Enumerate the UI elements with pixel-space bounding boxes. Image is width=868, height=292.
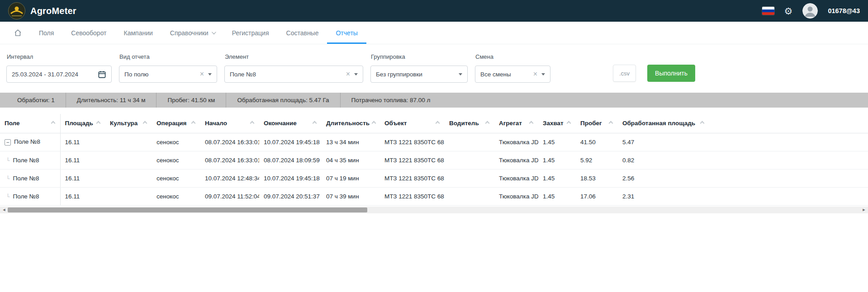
column-header-2[interactable]: Площадь: [60, 114, 105, 133]
table-cell: └Поле №8: [0, 151, 60, 169]
filter-grouping: Группировка Без группировки: [370, 50, 468, 83]
table-row[interactable]: └Поле №816.11сенокос10.07.2024 12:48:341…: [0, 169, 868, 187]
column-label: Длительность: [326, 120, 370, 127]
table-row[interactable]: └Поле №816.11сенокос09.07.2024 11:52:040…: [0, 187, 868, 205]
horizontal-scrollbar[interactable]: ◄ ►: [0, 207, 868, 213]
filter-label: Интервал: [7, 53, 112, 60]
column-label: Окончание: [264, 120, 297, 127]
nav-home[interactable]: [5, 22, 30, 44]
nav-item-registration[interactable]: Регистрация: [223, 22, 278, 44]
column-header-12[interactable]: Пробег: [576, 114, 618, 133]
element-select[interactable]: Поле №8 ×: [224, 66, 363, 83]
column-label: Обработанная площадь: [622, 120, 695, 127]
sort-icon: [143, 121, 147, 126]
nav-item-fields[interactable]: Поля: [30, 22, 62, 44]
grouping-select[interactable]: Без группировки: [370, 66, 468, 83]
table-cell: └Поле №8: [0, 187, 60, 205]
collapse-icon[interactable]: −: [5, 139, 11, 146]
column-header-7[interactable]: Длительность: [322, 114, 380, 133]
table-cell: 17.06: [576, 187, 618, 205]
csv-export-button[interactable]: .csv: [613, 65, 636, 82]
column-header-10[interactable]: Агрегат: [494, 114, 538, 133]
column-label: Культура: [110, 120, 138, 127]
sort-icon: [436, 121, 440, 126]
scroll-left-icon[interactable]: ◄: [2, 207, 6, 212]
table-cell: −Поле №8: [0, 133, 60, 151]
app-logo: [8, 2, 25, 19]
column-header-1[interactable]: Поле: [0, 114, 60, 133]
table-cell: 08.07.2024 18:09:59: [259, 151, 322, 169]
home-icon: [14, 29, 22, 37]
table-cell: 41.50: [576, 133, 618, 151]
tree-branch-icon: └: [6, 193, 10, 200]
column-header-3[interactable]: Культура: [105, 114, 152, 133]
clear-icon[interactable]: ×: [533, 71, 537, 78]
settings-gear-icon[interactable]: ⚙: [784, 6, 793, 16]
nav-item-reports[interactable]: Отчеты: [327, 22, 366, 44]
summary-item-processed-area: Обработанная площадь: 5.47 Га: [226, 93, 340, 108]
shift-value: Все смены: [480, 71, 530, 78]
report-type-value: По полю: [124, 71, 196, 78]
table-cell: 16.11: [60, 169, 105, 187]
caret-down-icon: [354, 73, 358, 75]
column-header-5[interactable]: Начало: [200, 114, 259, 133]
table-row[interactable]: └Поле №816.11сенокос08.07.2024 16:33:010…: [0, 151, 868, 169]
sort-icon: [485, 121, 490, 126]
table-cell: 1.45: [538, 187, 576, 205]
column-header-11[interactable]: Захват: [538, 114, 576, 133]
table-cell: [105, 133, 152, 151]
table-cell: [105, 187, 152, 205]
filter-label: Смена: [475, 53, 550, 60]
caret-down-icon: [459, 73, 462, 75]
sort-icon: [96, 121, 101, 126]
clear-icon[interactable]: ×: [346, 71, 350, 78]
report-type-select[interactable]: По полю ×: [119, 66, 217, 83]
column-label: Операция: [157, 120, 186, 127]
table-cell: 5.92: [576, 151, 618, 169]
table-cell: 5.47: [618, 133, 868, 151]
tree-branch-icon: └: [6, 175, 10, 182]
language-flag-icon[interactable]: [762, 7, 774, 15]
table-cell: сенокос: [152, 133, 200, 151]
table-cell: Тюковалка JD: [494, 187, 538, 205]
table-cell: [105, 169, 152, 187]
column-header-13[interactable]: Обработанная площадь: [618, 114, 868, 133]
avatar[interactable]: [802, 3, 818, 19]
field-name: Поле №8: [13, 175, 39, 182]
table-cell: 13 ч 34 мин: [322, 133, 380, 151]
table-cell: 10.07.2024 19:45:18: [259, 169, 322, 187]
scrollbar-thumb[interactable]: [8, 207, 367, 212]
table-cell: 1.45: [538, 151, 576, 169]
tree-branch-icon: └: [6, 157, 10, 164]
nav-item-composite[interactable]: Составные: [278, 22, 327, 44]
calendar-icon[interactable]: [98, 70, 106, 79]
column-label: Пробег: [580, 120, 602, 127]
table-cell: сенокос: [152, 169, 200, 187]
report-table-container: ПолеПлощадьКультураОперацияНачалоОкончан…: [0, 114, 868, 206]
table-row[interactable]: −Поле №816.11сенокос08.07.2024 16:33:011…: [0, 133, 868, 151]
field-name: Поле №8: [13, 193, 39, 200]
nav-item-crop-rotation[interactable]: Севооборот: [62, 22, 115, 44]
shift-select[interactable]: Все смены ×: [475, 66, 550, 83]
table-cell: сенокос: [152, 187, 200, 205]
date-range-input[interactable]: 25.03.2024 - 31.07.2024: [6, 66, 112, 83]
nav-item-campaigns[interactable]: Кампании: [115, 22, 161, 44]
run-report-button[interactable]: Выполнить: [647, 65, 695, 82]
filter-label: Группировка: [371, 53, 468, 60]
column-header-4[interactable]: Операция: [152, 114, 200, 133]
sort-icon: [567, 121, 571, 126]
table-cell: 08.07.2024 16:33:01: [200, 151, 259, 169]
column-header-6[interactable]: Окончание: [259, 114, 322, 133]
clear-icon[interactable]: ×: [200, 71, 204, 78]
table-cell: [105, 151, 152, 169]
table-cell: 2.56: [618, 169, 868, 187]
scroll-right-icon[interactable]: ►: [862, 207, 866, 212]
caret-down-icon: [541, 73, 545, 75]
nav-item-directories[interactable]: Справочники: [161, 22, 223, 44]
column-header-8[interactable]: Объект: [380, 114, 445, 133]
table-cell: 10.07.2024 19:45:18: [259, 133, 322, 151]
column-header-9[interactable]: Водитель: [445, 114, 494, 133]
sort-icon: [191, 121, 196, 126]
table-cell: МТЗ 1221 8350ТС 68: [380, 151, 445, 169]
report-table: ПолеПлощадьКультураОперацияНачалоОкончан…: [0, 114, 868, 206]
